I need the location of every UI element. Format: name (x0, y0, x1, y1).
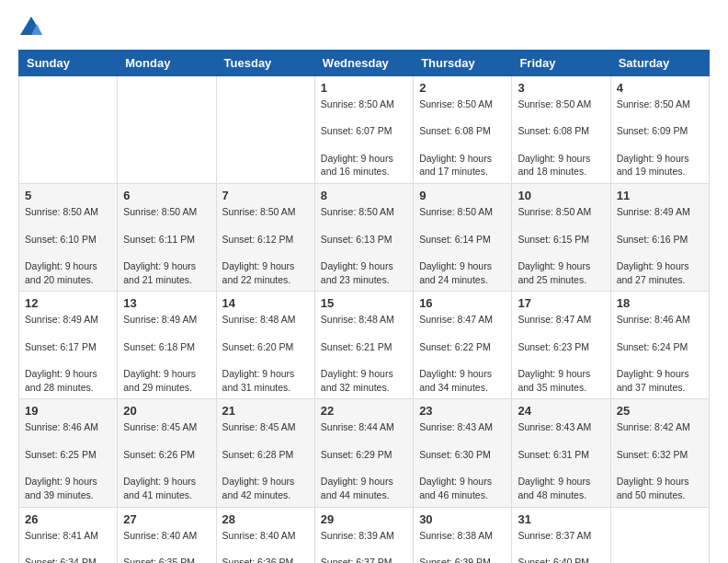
day-info: Sunrise: 8:48 AM Sunset: 6:21 PM Dayligh… (321, 313, 407, 394)
day-info: Sunrise: 8:38 AM Sunset: 6:39 PM Dayligh… (419, 529, 506, 564)
day-of-week-tuesday: Tuesday (216, 51, 314, 76)
day-info: Sunrise: 8:44 AM Sunset: 6:29 PM Dayligh… (321, 420, 407, 501)
logo-icon (18, 15, 44, 40)
day-number: 8 (321, 189, 407, 202)
day-info: Sunrise: 8:41 AM Sunset: 6:34 PM Dayligh… (25, 529, 111, 564)
day-number: 9 (419, 189, 506, 202)
day-info: Sunrise: 8:48 AM Sunset: 6:20 PM Dayligh… (222, 313, 309, 394)
calendar-week-1: 1Sunrise: 8:50 AM Sunset: 6:07 PM Daylig… (19, 76, 710, 184)
day-number: 31 (518, 512, 604, 526)
day-info: Sunrise: 8:50 AM Sunset: 6:07 PM Dayligh… (321, 98, 407, 178)
day-cell-9: 9Sunrise: 8:50 AM Sunset: 6:14 PM Daylig… (414, 184, 512, 292)
day-info: Sunrise: 8:50 AM Sunset: 6:13 PM Dayligh… (321, 205, 407, 286)
day-cell-13: 13Sunrise: 8:49 AM Sunset: 6:18 PM Dayli… (118, 292, 216, 399)
day-cell-14: 14Sunrise: 8:48 AM Sunset: 6:20 PM Dayli… (216, 292, 314, 399)
day-cell-24: 24Sunrise: 8:43 AM Sunset: 6:31 PM Dayli… (512, 399, 610, 507)
day-number: 18 (617, 296, 703, 310)
empty-cell (19, 76, 118, 184)
day-cell-25: 25Sunrise: 8:42 AM Sunset: 6:32 PM Dayli… (610, 399, 709, 507)
day-info: Sunrise: 8:50 AM Sunset: 6:08 PM Dayligh… (419, 98, 506, 178)
calendar-week-4: 19Sunrise: 8:46 AM Sunset: 6:25 PM Dayli… (19, 399, 710, 507)
day-number: 30 (419, 512, 506, 526)
page: SundayMondayTuesdayWednesdayThursdayFrid… (0, 0, 728, 563)
day-number: 14 (222, 296, 309, 310)
day-info: Sunrise: 8:50 AM Sunset: 6:10 PM Dayligh… (25, 205, 111, 286)
day-of-week-thursday: Thursday (414, 51, 512, 76)
day-info: Sunrise: 8:43 AM Sunset: 6:31 PM Dayligh… (518, 420, 604, 501)
day-info: Sunrise: 8:43 AM Sunset: 6:30 PM Dayligh… (419, 420, 506, 501)
day-cell-31: 31Sunrise: 8:37 AM Sunset: 6:40 PM Dayli… (512, 507, 610, 563)
day-of-week-friday: Friday (512, 51, 610, 76)
calendar-table: SundayMondayTuesdayWednesdayThursdayFrid… (18, 50, 710, 563)
day-cell-22: 22Sunrise: 8:44 AM Sunset: 6:29 PM Dayli… (314, 399, 413, 507)
calendar-body: 1Sunrise: 8:50 AM Sunset: 6:07 PM Daylig… (19, 76, 710, 564)
day-info: Sunrise: 8:45 AM Sunset: 6:28 PM Dayligh… (222, 420, 309, 501)
day-of-week-monday: Monday (118, 51, 216, 76)
day-cell-15: 15Sunrise: 8:48 AM Sunset: 6:21 PM Dayli… (314, 292, 413, 399)
day-info: Sunrise: 8:50 AM Sunset: 6:08 PM Dayligh… (518, 98, 604, 178)
calendar-week-2: 5Sunrise: 8:50 AM Sunset: 6:10 PM Daylig… (19, 184, 710, 292)
day-number: 21 (222, 404, 309, 418)
day-number: 26 (25, 512, 111, 526)
day-cell-26: 26Sunrise: 8:41 AM Sunset: 6:34 PM Dayli… (19, 507, 118, 563)
day-info: Sunrise: 8:47 AM Sunset: 6:22 PM Dayligh… (419, 313, 506, 394)
day-number: 1 (321, 81, 407, 95)
day-info: Sunrise: 8:49 AM Sunset: 6:17 PM Dayligh… (25, 313, 111, 394)
day-number: 13 (123, 296, 210, 310)
day-number: 17 (518, 296, 604, 310)
day-cell-19: 19Sunrise: 8:46 AM Sunset: 6:25 PM Dayli… (19, 399, 118, 507)
day-cell-3: 3Sunrise: 8:50 AM Sunset: 6:08 PM Daylig… (512, 76, 610, 184)
day-info: Sunrise: 8:49 AM Sunset: 6:18 PM Dayligh… (123, 313, 210, 394)
day-number: 7 (222, 189, 309, 202)
day-cell-17: 17Sunrise: 8:47 AM Sunset: 6:23 PM Dayli… (512, 292, 610, 399)
header (18, 15, 710, 40)
day-info: Sunrise: 8:50 AM Sunset: 6:11 PM Dayligh… (123, 205, 210, 286)
day-number: 11 (617, 189, 703, 202)
day-cell-28: 28Sunrise: 8:40 AM Sunset: 6:36 PM Dayli… (216, 507, 314, 563)
calendar-week-5: 26Sunrise: 8:41 AM Sunset: 6:34 PM Dayli… (19, 507, 710, 563)
day-info: Sunrise: 8:42 AM Sunset: 6:32 PM Dayligh… (617, 420, 703, 501)
day-cell-5: 5Sunrise: 8:50 AM Sunset: 6:10 PM Daylig… (19, 184, 118, 292)
day-cell-23: 23Sunrise: 8:43 AM Sunset: 6:30 PM Dayli… (414, 399, 512, 507)
day-cell-16: 16Sunrise: 8:47 AM Sunset: 6:22 PM Dayli… (414, 292, 512, 399)
day-cell-29: 29Sunrise: 8:39 AM Sunset: 6:37 PM Dayli… (314, 507, 413, 563)
day-of-week-wednesday: Wednesday (314, 51, 413, 76)
day-of-week-sunday: Sunday (19, 51, 118, 76)
day-cell-10: 10Sunrise: 8:50 AM Sunset: 6:15 PM Dayli… (512, 184, 610, 292)
day-cell-4: 4Sunrise: 8:50 AM Sunset: 6:09 PM Daylig… (610, 76, 709, 184)
day-cell-18: 18Sunrise: 8:46 AM Sunset: 6:24 PM Dayli… (610, 292, 709, 399)
day-info: Sunrise: 8:50 AM Sunset: 6:14 PM Dayligh… (419, 205, 506, 286)
day-number: 22 (321, 404, 407, 418)
day-number: 5 (25, 189, 111, 202)
day-cell-8: 8Sunrise: 8:50 AM Sunset: 6:13 PM Daylig… (314, 184, 413, 292)
day-number: 15 (321, 296, 407, 310)
day-cell-7: 7Sunrise: 8:50 AM Sunset: 6:12 PM Daylig… (216, 184, 314, 292)
empty-cell (216, 76, 314, 184)
day-cell-27: 27Sunrise: 8:40 AM Sunset: 6:35 PM Dayli… (118, 507, 216, 563)
day-number: 19 (25, 404, 111, 418)
day-number: 4 (617, 81, 703, 95)
day-of-week-saturday: Saturday (610, 51, 709, 76)
day-number: 12 (25, 296, 111, 310)
day-cell-30: 30Sunrise: 8:38 AM Sunset: 6:39 PM Dayli… (414, 507, 512, 563)
day-info: Sunrise: 8:40 AM Sunset: 6:36 PM Dayligh… (222, 529, 309, 564)
day-info: Sunrise: 8:39 AM Sunset: 6:37 PM Dayligh… (321, 529, 407, 564)
day-info: Sunrise: 8:46 AM Sunset: 6:24 PM Dayligh… (617, 313, 703, 394)
day-number: 2 (419, 81, 506, 95)
day-number: 27 (123, 512, 210, 526)
day-info: Sunrise: 8:45 AM Sunset: 6:26 PM Dayligh… (123, 420, 210, 501)
day-number: 25 (617, 404, 703, 418)
day-number: 10 (518, 189, 604, 202)
day-number: 6 (123, 189, 210, 202)
calendar-header: SundayMondayTuesdayWednesdayThursdayFrid… (19, 51, 710, 76)
day-cell-21: 21Sunrise: 8:45 AM Sunset: 6:28 PM Dayli… (216, 399, 314, 507)
day-info: Sunrise: 8:50 AM Sunset: 6:12 PM Dayligh… (222, 205, 309, 286)
day-number: 24 (518, 404, 604, 418)
logo (18, 15, 48, 40)
day-number: 29 (321, 512, 407, 526)
empty-cell (118, 76, 216, 184)
day-number: 23 (419, 404, 506, 418)
day-info: Sunrise: 8:50 AM Sunset: 6:15 PM Dayligh… (518, 205, 604, 286)
day-info: Sunrise: 8:50 AM Sunset: 6:09 PM Dayligh… (617, 98, 703, 178)
day-cell-12: 12Sunrise: 8:49 AM Sunset: 6:17 PM Dayli… (19, 292, 118, 399)
